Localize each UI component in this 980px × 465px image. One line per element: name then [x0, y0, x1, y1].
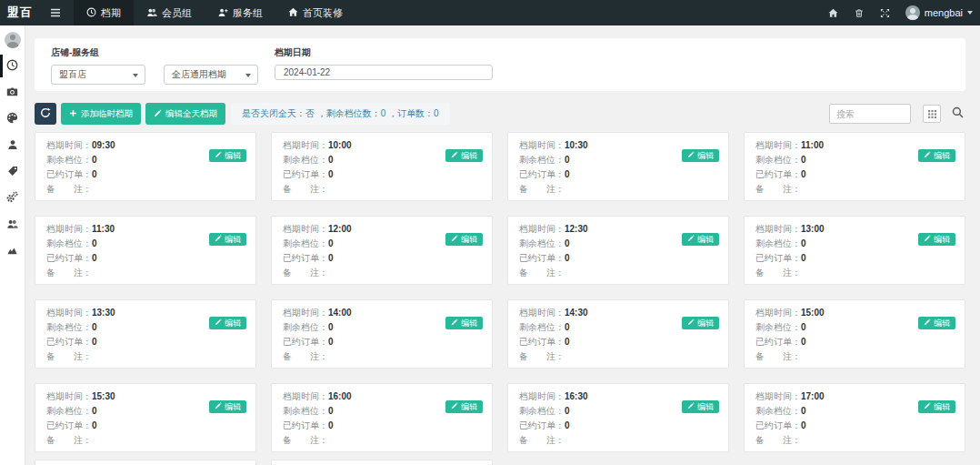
nav-item-homepage-decor[interactable]: 首页装修 — [275, 0, 355, 25]
sidebar-item-camera[interactable] — [0, 79, 25, 106]
search-input[interactable] — [829, 104, 911, 124]
nav-item-service-group[interactable]: 服务组 — [205, 0, 275, 25]
toolbar: 添加临时档期 编辑全天档期 是否关闭全天：否 ，剩余档位数：0 ，订单数：0 — [35, 102, 965, 126]
sidebar — [0, 25, 25, 465]
schedule-type-select[interactable]: 全店通用档期 — [164, 65, 258, 85]
card-remaining-value: 0 — [565, 238, 570, 248]
card-edit-button[interactable]: 编辑 — [445, 400, 483, 413]
schedule-card: 档期时间：16:00 剩余档位：0 已约订单：0 备 注： 编辑 — [271, 383, 493, 452]
card-remark-line: 备 注： — [519, 433, 717, 448]
sidebar-item-user[interactable] — [0, 132, 25, 158]
card-edit-button[interactable]: 编辑 — [445, 317, 483, 329]
sidebar-avatar[interactable] — [5, 32, 21, 48]
card-booked-line: 已约订单：0 — [755, 335, 954, 349]
grid-view-button[interactable] — [923, 105, 941, 123]
hamburger-menu-icon[interactable] — [41, 0, 70, 25]
pencil-icon — [924, 318, 931, 328]
chevron-down-icon[interactable] — [967, 11, 973, 15]
card-booked-line: 已约订单：0 — [519, 335, 717, 349]
schedule-card: 档期时间：15:00 剩余档位：0 已约订单：0 备 注： 编辑 — [744, 299, 965, 369]
chevron-down-icon — [245, 74, 251, 77]
chart-icon — [6, 243, 18, 259]
sidebar-item-settings[interactable] — [0, 185, 25, 211]
pencil-icon — [924, 402, 931, 411]
schedule-card-partial — [35, 460, 256, 465]
card-remark-line: 备 注： — [283, 266, 481, 280]
card-remark-line: 备 注： — [519, 182, 717, 197]
schedule-card: 档期时间：10:30 剩余档位：0 已约订单：0 备 注： 编辑 — [507, 132, 729, 201]
card-edit-button[interactable]: 编辑 — [445, 233, 483, 246]
card-time-value: 15:00 — [801, 308, 825, 318]
card-edit-button[interactable]: 编辑 — [918, 149, 955, 162]
card-booked-line: 已约订单：0 — [283, 251, 481, 266]
pencil-icon — [451, 235, 458, 244]
edit-all-day-button[interactable]: 编辑全天档期 — [145, 103, 225, 125]
schedule-date-input[interactable] — [275, 65, 493, 80]
schedule-card: 档期时间：15:30 剩余档位：0 已约订单：0 备 注： 编辑 — [35, 383, 256, 452]
nav-item-schedule[interactable]: 档期 — [74, 0, 134, 25]
pencil-icon — [924, 235, 931, 244]
card-booked-value: 0 — [328, 253, 334, 263]
home-icon — [288, 7, 298, 19]
nav-item-member-group[interactable]: 会员组 — [134, 0, 205, 25]
avatar-body — [7, 42, 18, 48]
card-booked-value: 0 — [328, 420, 334, 430]
card-remaining-value: 0 — [801, 155, 806, 165]
trash-icon[interactable] — [846, 0, 872, 25]
card-remaining-value: 0 — [565, 155, 570, 165]
card-booked-value: 0 — [801, 253, 806, 263]
card-remark-line: 备 注： — [46, 266, 245, 280]
sidebar-item-stats[interactable] — [0, 238, 25, 264]
card-booked-value: 0 — [92, 337, 97, 347]
pencil-icon — [451, 151, 458, 160]
card-remark-line: 备 注： — [283, 349, 481, 364]
card-edit-button[interactable]: 编辑 — [209, 400, 246, 413]
card-booked-line: 已约订单：0 — [46, 419, 245, 433]
card-edit-button[interactable]: 编辑 — [209, 317, 246, 329]
card-edit-button[interactable]: 编辑 — [682, 317, 719, 329]
cogs-icon — [6, 190, 18, 207]
card-booked-value: 0 — [565, 169, 570, 179]
shop-service-group: 店铺-服务组 盟百店 全店通用档期 — [51, 46, 258, 80]
avatar-body — [907, 15, 918, 20]
card-edit-button[interactable]: 编辑 — [682, 149, 719, 162]
card-remaining-value: 0 — [92, 406, 97, 416]
refresh-button[interactable] — [35, 103, 56, 125]
fullscreen-icon[interactable] — [872, 0, 898, 25]
schedule-card: 档期时间：14:00 剩余档位：0 已约订单：0 备 注： 编辑 — [271, 299, 493, 369]
sidebar-item-tag[interactable] — [0, 158, 25, 185]
shop-select[interactable]: 盟百店 — [51, 65, 145, 85]
sidebar-item-schedule[interactable] — [0, 53, 25, 79]
users-icon — [6, 217, 18, 233]
avatar-head — [910, 8, 915, 14]
username[interactable]: mengbai — [925, 7, 963, 18]
card-time-value: 16:00 — [328, 391, 352, 401]
sidebar-item-palette[interactable] — [0, 106, 25, 132]
schedule-card: 档期时间：12:30 剩余档位：0 已约订单：0 备 注： 编辑 — [507, 216, 729, 285]
search-button[interactable] — [952, 106, 964, 121]
card-booked-value: 0 — [92, 253, 97, 263]
add-temp-schedule-button[interactable]: 添加临时档期 — [61, 103, 141, 125]
card-time-value: 16:30 — [565, 391, 588, 401]
schedule-card: 档期时间：11:00 剩余档位：0 已约订单：0 备 注： 编辑 — [744, 132, 965, 201]
card-edit-button[interactable]: 编辑 — [445, 149, 483, 162]
card-edit-button[interactable]: 编辑 — [682, 400, 719, 413]
card-edit-button[interactable]: 编辑 — [918, 233, 955, 246]
shop-select-value: 盟百店 — [59, 68, 86, 81]
card-edit-label: 编辑 — [225, 401, 241, 413]
sidebar-item-members[interactable] — [0, 211, 25, 238]
pencil-icon — [687, 402, 695, 411]
card-edit-button[interactable]: 编辑 — [209, 149, 246, 162]
card-remark-line: 备 注： — [755, 182, 954, 197]
day-status-alert: 是否关闭全天：否 ，剩余档位数：0 ，订单数：0 — [231, 103, 450, 125]
home-icon[interactable] — [820, 0, 846, 25]
pencil-icon — [451, 318, 458, 328]
card-edit-button[interactable]: 编辑 — [682, 233, 719, 246]
card-edit-button[interactable]: 编辑 — [918, 400, 955, 413]
add-temp-schedule-label: 添加临时档期 — [81, 108, 133, 120]
partial-row — [35, 460, 965, 465]
card-edit-button[interactable]: 编辑 — [209, 233, 246, 246]
date-group: 档期日期 — [275, 46, 493, 80]
card-edit-button[interactable]: 编辑 — [918, 317, 955, 329]
user-avatar[interactable] — [905, 5, 920, 20]
